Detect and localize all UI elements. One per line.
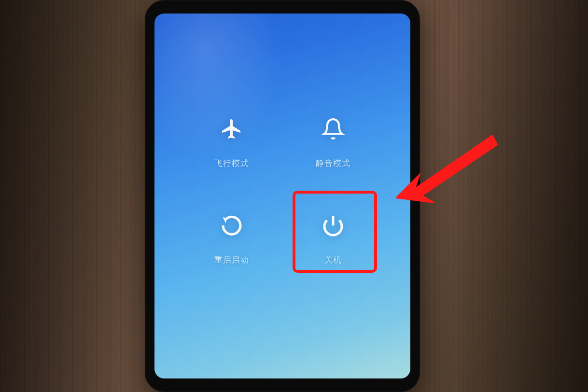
airplane-mode-button[interactable]: 飞行模式: [186, 96, 278, 182]
restart-icon: [217, 211, 246, 240]
airplane-icon: [217, 114, 246, 143]
airplane-mode-label: 飞行模式: [214, 158, 249, 169]
silent-mode-button[interactable]: 静音模式: [287, 96, 379, 182]
restart-label: 重启启动: [214, 254, 249, 266]
power-off-button[interactable]: 关机: [287, 192, 379, 279]
power-menu: 飞行模式 静音模式: [186, 96, 379, 279]
phone-frame: 飞行模式 静音模式: [145, 0, 420, 392]
power-off-label: 关机: [324, 254, 342, 266]
power-icon: [319, 211, 348, 240]
silent-mode-label: 静音模式: [316, 158, 350, 169]
phone-screen: 飞行模式 静音模式: [154, 14, 410, 378]
bell-icon: [319, 114, 348, 143]
restart-button[interactable]: 重启启动: [186, 192, 278, 279]
